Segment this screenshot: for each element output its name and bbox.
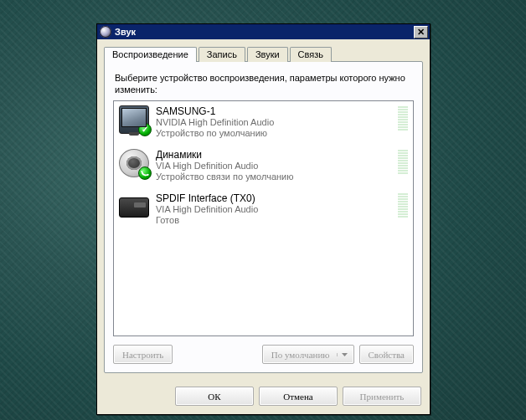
tab-panel-playback: Выберите устройство воспроизведения, пар… — [104, 61, 423, 373]
panel-button-row: Настроить По умолчанию Свойства — [113, 345, 414, 364]
properties-button[interactable]: Свойства — [359, 345, 414, 364]
level-meter — [398, 192, 408, 218]
device-text: Динамики VIA High Definition Audio Устро… — [156, 149, 394, 182]
ok-button[interactable]: ОК — [175, 387, 254, 406]
level-meter — [398, 149, 408, 174]
device-name: SAMSUNG-1 — [156, 105, 394, 117]
device-item[interactable]: Динамики VIA High Definition Audio Устро… — [114, 145, 413, 188]
dialog-body: Воспроизведение Запись Звуки Связь Выбер… — [97, 39, 430, 380]
set-default-button[interactable]: По умолчанию — [262, 345, 354, 364]
device-driver: NVIDIA High Definition Audio — [156, 117, 394, 128]
level-meter — [398, 105, 408, 131]
tab-recording[interactable]: Запись — [199, 47, 245, 62]
tabstrip: Воспроизведение Запись Звуки Связь — [104, 47, 423, 62]
tab-playback[interactable]: Воспроизведение — [104, 47, 197, 62]
titlebar[interactable]: Звук ✕ — [97, 24, 430, 39]
cancel-button[interactable]: Отмена — [259, 387, 338, 406]
default-badge-icon — [138, 123, 152, 136]
set-default-label: По умолчанию — [271, 350, 330, 360]
window-title: Звук — [115, 27, 414, 37]
apply-button[interactable]: Применить — [343, 387, 421, 406]
sound-icon — [100, 26, 111, 38]
spdif-icon — [119, 192, 149, 221]
speaker-icon — [119, 149, 149, 177]
configure-button[interactable]: Настроить — [113, 345, 173, 364]
tab-communications[interactable]: Связь — [290, 47, 332, 62]
device-status: Устройство связи по умолчанию — [156, 172, 394, 182]
sound-dialog: Звук ✕ Воспроизведение Запись Звуки Связ… — [96, 23, 431, 415]
device-status: Готов — [156, 215, 394, 226]
device-list[interactable]: SAMSUNG-1 NVIDIA High Definition Audio У… — [113, 100, 414, 336]
device-driver: VIA High Definition Audio — [156, 204, 394, 215]
device-name: SPDIF Interface (TX0) — [156, 192, 394, 204]
close-button[interactable]: ✕ — [414, 26, 428, 38]
instructions-text: Выберите устройство воспроизведения, пар… — [115, 72, 412, 95]
device-item[interactable]: SPDIF Interface (TX0) VIA High Definitio… — [114, 188, 413, 232]
device-item[interactable]: SAMSUNG-1 NVIDIA High Definition Audio У… — [114, 101, 413, 145]
device-name: Динамики — [156, 149, 394, 161]
comm-badge-icon — [138, 166, 152, 180]
device-status: Устройство по умолчанию — [156, 128, 394, 139]
device-driver: VIA High Definition Audio — [156, 161, 394, 172]
device-text: SAMSUNG-1 NVIDIA High Definition Audio У… — [156, 105, 394, 139]
device-text: SPDIF Interface (TX0) VIA High Definitio… — [156, 192, 394, 226]
dialog-button-row: ОК Отмена Применить — [97, 380, 430, 414]
tab-sounds[interactable]: Звуки — [247, 47, 288, 62]
chevron-down-icon[interactable] — [337, 353, 350, 356]
monitor-icon — [119, 105, 149, 134]
